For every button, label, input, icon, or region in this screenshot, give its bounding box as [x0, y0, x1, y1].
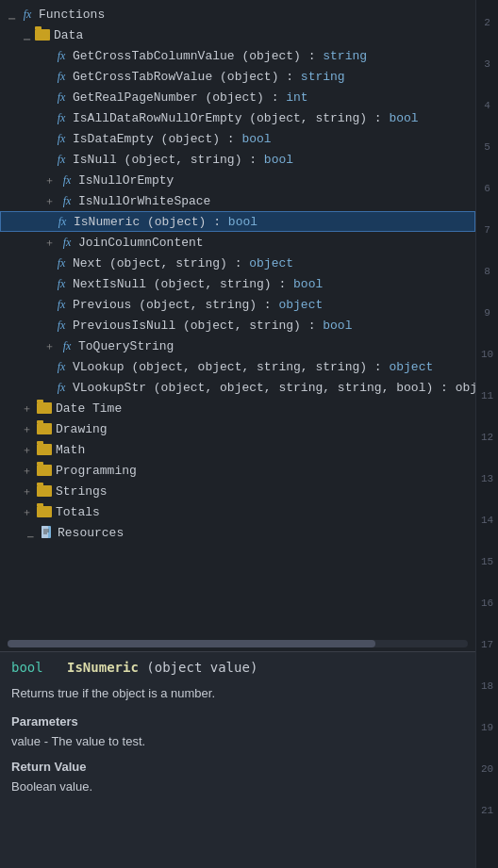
item-label: IsNull (object, string) : bool	[73, 153, 293, 167]
list-item[interactable]: fx VLookupStr (object, object, string, s…	[0, 377, 475, 398]
list-item[interactable]: fx NextIsNull (object, string) : bool	[0, 273, 475, 294]
functions-label: Functions	[39, 8, 105, 22]
list-item[interactable]: fx GetCrossTabColumnValue (object) : str…	[0, 45, 475, 66]
line-number: 15	[476, 541, 498, 582]
expand-icon[interactable]: ＋	[42, 235, 57, 250]
functions-fx-icon: fx	[19, 7, 36, 22]
resources-expand-icon[interactable]: ⎯	[23, 525, 38, 540]
scrollbar-thumb[interactable]	[8, 640, 375, 647]
item-label: GetRealPageNumber (object) : int	[73, 90, 308, 105]
list-item[interactable]: fx IsAllDataRowNullOrEmpty (object, stri…	[0, 107, 475, 128]
line-number: 17	[476, 624, 498, 665]
list-item[interactable]: fx Next (object, string) : object	[0, 253, 475, 273]
return-title: Return Value	[11, 760, 464, 774]
fx-icon: fx	[53, 297, 70, 312]
main-content: ⎯ fx Functions ⎯ Data fx GetCrossTabColu…	[0, 0, 475, 868]
fx-icon: fx	[53, 110, 70, 125]
totals-label: Totals	[56, 505, 100, 519]
is-numeric-item[interactable]: fx IsNumeric (object) : bool	[0, 211, 475, 232]
item-label: VLookupStr (object, object, string, stri…	[73, 381, 475, 395]
item-label: Next (object, string) : object	[73, 256, 293, 270]
line-number: 7	[476, 209, 498, 251]
collapse-icon[interactable]: ⎯	[4, 7, 19, 22]
item-label: GetCrossTabRowValue (object) : string	[73, 70, 345, 84]
resources-label: Resources	[58, 526, 124, 540]
totals-folder[interactable]: ＋ Totals	[0, 501, 475, 522]
list-item[interactable]: ＋ fx ToQueryString	[0, 336, 475, 356]
line-number: 5	[476, 126, 498, 168]
drawing-label: Drawing	[56, 422, 108, 436]
list-item[interactable]: fx GetRealPageNumber (object) : int	[0, 87, 475, 107]
item-label: Previous (object, string) : object	[73, 298, 323, 312]
datetime-folder-icon	[36, 401, 53, 415]
expand-icon[interactable]: ＋	[42, 193, 57, 208]
item-label: JoinColumnContent	[78, 236, 204, 250]
list-item[interactable]: fx VLookup (object, object, string, stri…	[0, 356, 475, 377]
expand-icon[interactable]: ＋	[19, 483, 34, 499]
strings-folder[interactable]: ＋ Strings	[0, 481, 475, 501]
list-item[interactable]: fx IsDataEmpty (object) : bool	[0, 128, 475, 149]
horizontal-scrollbar[interactable]	[0, 636, 475, 651]
line-number: 16	[476, 582, 498, 624]
strings-folder-icon	[36, 484, 53, 498]
item-label: ToQueryString	[78, 339, 174, 353]
line-number: 18	[476, 665, 498, 707]
list-item[interactable]: ＋ fx IsNullOrWhiteSpace	[0, 190, 475, 211]
data-folder-label: Data	[54, 28, 83, 42]
list-item[interactable]: fx GetCrossTabRowValue (object) : string	[0, 66, 475, 87]
data-folder[interactable]: ⎯ Data	[0, 25, 475, 45]
item-label: VLookup (object, object, string, string)…	[73, 360, 433, 374]
line-number: 19	[476, 707, 498, 748]
totals-folder-icon	[36, 505, 53, 518]
line-numbers: 2 3 4 5 6 7 8 9 10 11 12 13 14 15 16 17 …	[475, 0, 498, 868]
function-description: Returns true if the object is a number.	[11, 684, 464, 703]
func-name: IsNumeric	[67, 660, 139, 675]
expand-icon[interactable]: ＋	[19, 442, 34, 457]
info-panel: bool IsNumeric (object value) Returns tr…	[0, 651, 475, 868]
fx-icon: fx	[58, 235, 75, 250]
resources-doc-icon	[40, 525, 55, 540]
fx-icon: fx	[58, 338, 75, 353]
item-label: NextIsNull (object, string) : bool	[73, 277, 323, 291]
fx-icon: fx	[54, 214, 71, 229]
resources-item[interactable]: ⎯ Resources	[0, 522, 475, 543]
line-number: 14	[476, 500, 498, 541]
fx-icon: fx	[53, 318, 70, 333]
drawing-folder[interactable]: ＋ Drawing	[0, 418, 475, 439]
fx-icon: fx	[58, 172, 75, 188]
list-item[interactable]: ＋ fx JoinColumnContent	[0, 232, 475, 253]
expand-icon[interactable]: ＋	[19, 463, 34, 478]
list-item[interactable]: fx PreviousIsNull (object, string) : boo…	[0, 315, 475, 336]
list-item[interactable]: fx IsNull (object, string) : bool	[0, 149, 475, 170]
item-label: IsNullOrEmpty	[78, 173, 174, 188]
expand-icon[interactable]: ＋	[42, 338, 57, 353]
item-label: PreviousIsNull (object, string) : bool	[73, 319, 352, 333]
scrollbar-track	[8, 640, 468, 647]
line-number: 13	[476, 458, 498, 500]
expand-icon[interactable]: ＋	[19, 421, 34, 436]
line-number: 8	[476, 251, 498, 292]
expand-icon[interactable]: ＋	[19, 504, 34, 519]
item-label: IsNumeric (object) : bool	[74, 215, 257, 229]
list-item[interactable]: fx Previous (object, string) : object	[0, 294, 475, 315]
list-item[interactable]: ＋ fx IsNullOrEmpty	[0, 170, 475, 190]
tree-area[interactable]: ⎯ fx Functions ⎯ Data fx GetCrossTabColu…	[0, 0, 475, 636]
programming-folder[interactable]: ＋ Programming	[0, 460, 475, 481]
line-number: 10	[476, 334, 498, 375]
fx-icon: fx	[53, 48, 70, 63]
expand-icon[interactable]: ＋	[42, 172, 57, 188]
line-number: 9	[476, 292, 498, 334]
line-number: 12	[476, 417, 498, 458]
math-folder[interactable]: ＋ Math	[0, 439, 475, 460]
line-number: 4	[476, 85, 498, 126]
drawing-folder-icon	[36, 422, 53, 435]
datetime-folder[interactable]: ＋ Date Time	[0, 398, 475, 418]
functions-root[interactable]: ⎯ fx Functions	[0, 4, 475, 25]
data-collapse-icon[interactable]: ⎯	[19, 27, 34, 42]
fx-icon: fx	[53, 255, 70, 270]
fx-icon: fx	[53, 90, 70, 105]
expand-icon[interactable]: ＋	[19, 401, 34, 416]
line-number: 21	[476, 790, 498, 831]
fx-icon: fx	[53, 276, 70, 291]
parameters-title: Parameters	[11, 714, 464, 729]
